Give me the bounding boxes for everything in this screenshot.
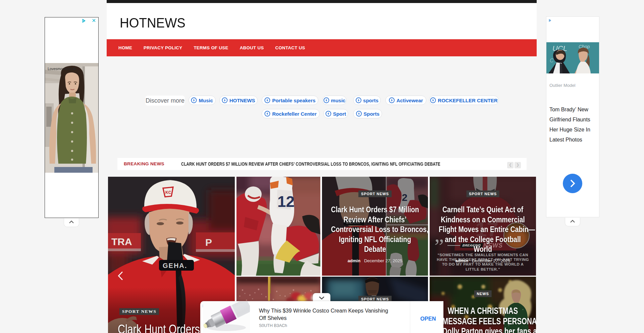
svg-text:12: 12 bbox=[277, 193, 294, 210]
svg-text:KC: KC bbox=[165, 190, 171, 195]
svg-text:TRA: TRA bbox=[111, 236, 132, 247]
svg-text:Lovesmoments❖: Lovesmoments❖ bbox=[48, 67, 76, 71]
svg-text:GEHA.: GEHA. bbox=[163, 262, 187, 269]
svg-text:P: P bbox=[205, 237, 212, 248]
svg-text:C: C bbox=[550, 58, 554, 63]
